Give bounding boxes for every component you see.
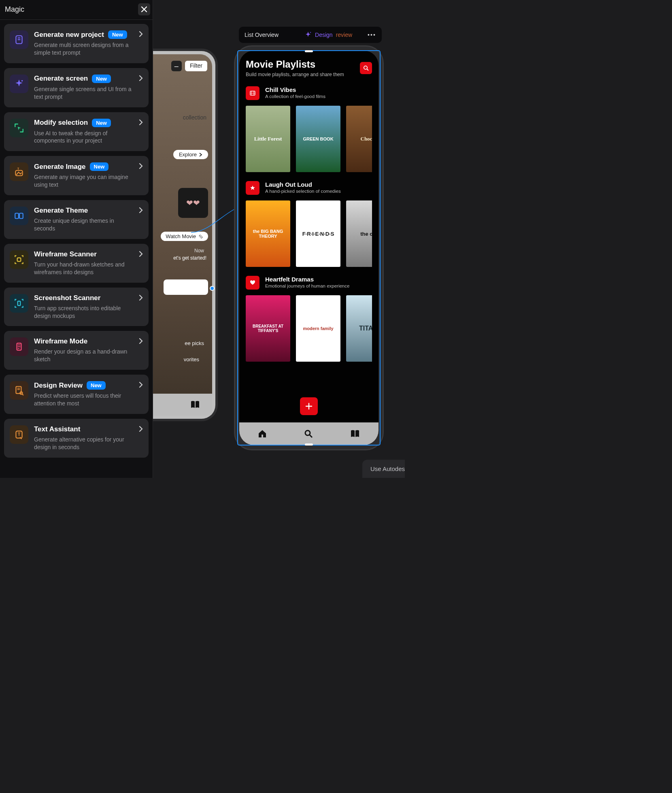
collection-label: collection <box>183 114 206 121</box>
magic-item-desc: Use AI to tweak the design of components… <box>34 130 133 145</box>
close-button[interactable] <box>138 3 150 15</box>
design-review-button[interactable]: Design review <box>304 31 352 38</box>
magic-item-wireframe-scanner[interactable]: Wireframe Scanner Turn your hand-drawn s… <box>4 244 149 283</box>
playlist-chill-vibes[interactable]: Chill Vibes A collection of feel-good fi… <box>246 86 372 172</box>
screen-title: Movie Playlists <box>246 59 344 70</box>
magic-item-generate-screen[interactable]: Generate screen New Generate single scre… <box>4 68 149 107</box>
explore-button[interactable]: Explore <box>173 150 208 159</box>
design-review-sub: review <box>336 32 352 38</box>
chevron-right-icon <box>139 295 143 301</box>
movie-poster[interactable]: Little Forest <box>246 106 290 172</box>
playlist-heartfelt-dramas[interactable]: Heartfelt Dramas Emotional journeys of h… <box>246 276 372 362</box>
hearts-tile[interactable]: ❤︎❤︎ <box>178 188 208 218</box>
svg-text:T: T <box>18 432 21 437</box>
movie-poster[interactable]: the off <box>346 200 372 267</box>
search-icon <box>304 429 313 438</box>
magic-item-generate-image[interactable]: T Generate Image New Generate any image … <box>4 156 149 195</box>
text-assistant-icon: T <box>10 425 28 444</box>
movie-poster[interactable]: Chocol <box>346 106 372 172</box>
svg-line-29 <box>310 435 312 437</box>
playlist-badge <box>246 181 259 195</box>
add-playlist-button[interactable] <box>300 397 318 415</box>
movie-poster[interactable]: BREAKFAST AT TIFFANY'S <box>246 295 290 362</box>
svg-rect-8 <box>17 258 21 262</box>
poster-strip[interactable]: Little Forest GREEN BOOK Chocol <box>246 106 372 172</box>
svg-rect-6 <box>15 213 19 219</box>
nav-library[interactable] <box>350 430 360 438</box>
autodesigner-button[interactable]: Use Autodes <box>362 460 405 478</box>
magic-item-desc: Turn your hand-drawn sketches and wirefr… <box>34 261 133 276</box>
phone-mockup-main[interactable]: Movie Playlists Build movie playlists, a… <box>234 45 384 450</box>
more-menu-button[interactable]: ••• <box>368 32 376 38</box>
magic-item-desc: Turn app screenshots into editable desig… <box>34 305 133 320</box>
frame-title[interactable]: List Overview <box>245 32 279 38</box>
heart-share-icon <box>249 279 256 286</box>
movie-poster[interactable]: F·R·I·E·N·D·S <box>296 200 340 267</box>
watch-movie-label: Watch Movie <box>166 233 196 239</box>
movie-poster[interactable]: modern family <box>296 295 340 362</box>
favorites-label: vorites <box>184 356 199 362</box>
new-badge: New <box>92 119 111 127</box>
search-button[interactable] <box>360 62 372 74</box>
book-icon[interactable] <box>190 401 200 409</box>
magic-item-desc: Generate alternative copies for your des… <box>34 436 133 451</box>
star-icon <box>250 185 255 191</box>
partial-phone-screen: – Filter collection Explore ❤︎❤︎ Watch M… <box>145 54 212 416</box>
magic-item-title: Generate Image <box>34 163 86 171</box>
magic-item-list: Generate new project New Generate multi … <box>0 20 153 478</box>
nav-home[interactable] <box>258 430 267 438</box>
magic-item-generate-project[interactable]: Generate new project New Generate multi … <box>4 24 149 63</box>
magic-item-title: Generate new project <box>34 31 104 39</box>
design-canvas[interactable]: – Filter collection Explore ❤︎❤︎ Watch M… <box>153 0 405 478</box>
magic-item-modify-selection[interactable]: Modify selection New Use AI to tweak the… <box>4 112 149 151</box>
bottom-nav <box>239 422 379 445</box>
minus-button[interactable]: – <box>171 61 182 71</box>
generate-theme-icon <box>10 207 28 225</box>
phone-screen: Movie Playlists Build movie playlists, a… <box>239 51 379 445</box>
wireframe-mode-icon <box>10 337 28 356</box>
movie-poster[interactable]: the BIG BANG THEORY <box>246 200 290 267</box>
generate-image-icon: T <box>10 162 28 181</box>
autodesigner-label: Use Autodes <box>370 465 405 472</box>
nav-search[interactable] <box>304 429 313 438</box>
svg-point-28 <box>305 431 310 435</box>
screen-subtitle: Build movie playlists, arrange and share… <box>246 72 344 77</box>
poster-strip[interactable]: the BIG BANG THEORY F·R·I·E·N·D·S the of… <box>246 200 372 267</box>
magic-item-desc: Generate single screens and UI from a te… <box>34 85 133 101</box>
search-icon <box>363 65 369 71</box>
link-icon <box>198 234 203 239</box>
magic-item-design-review[interactable]: Design Review New Predict where users wi… <box>4 375 149 414</box>
playlist-laugh-out-loud[interactable]: Laugh Out Loud A hand-picked selection o… <box>246 181 372 267</box>
book-icon <box>350 430 360 438</box>
movie-poster[interactable]: TITAN <box>346 295 372 362</box>
playlist-desc: Emotional journeys of human experience <box>265 284 349 288</box>
svg-line-23 <box>367 69 369 71</box>
playlist-badge <box>246 276 259 290</box>
watch-movie-button[interactable]: Watch Movie <box>161 232 208 241</box>
magic-item-title: Generate screen <box>34 75 88 83</box>
movie-poster[interactable]: GREEN BOOK <box>296 106 340 172</box>
screen-header: Movie Playlists Build movie playlists, a… <box>246 59 372 77</box>
poster-strip[interactable]: BREAKFAST AT TIFFANY'S modern family TIT… <box>246 295 372 362</box>
home-icon <box>258 430 267 438</box>
magic-item-wireframe-mode[interactable]: Wireframe Mode Render your design as a h… <box>4 331 149 370</box>
new-badge: New <box>92 75 111 83</box>
svg-point-21 <box>310 32 311 33</box>
phone-mockup-partial[interactable]: – Filter collection Explore ❤︎❤︎ Watch M… <box>145 49 218 421</box>
new-badge: New <box>90 162 109 171</box>
new-badge: New <box>108 30 127 39</box>
magic-item-title: Screenshot Scanner <box>34 294 100 302</box>
magic-item-screenshot-scanner[interactable]: Screenshot Scanner Turn app screenshots … <box>4 288 149 326</box>
magic-item-generate-theme[interactable]: Generate Theme Create unique design them… <box>4 200 149 239</box>
filter-button[interactable]: Filter <box>185 61 207 71</box>
magic-item-text-assistant[interactable]: T Text Assistant Generate alternative co… <box>4 419 149 458</box>
design-review-label: Design <box>315 32 333 38</box>
partial-bottom-nav <box>145 394 212 416</box>
magic-item-title: Generate Theme <box>34 207 88 215</box>
text-input[interactable] <box>164 279 208 295</box>
selection-handle[interactable] <box>210 286 215 291</box>
playlist-desc: A collection of feel-good films <box>265 94 325 99</box>
playlist-title: Heartfelt Dramas <box>265 276 349 283</box>
magic-item-title: Design Review <box>34 382 83 390</box>
magic-panel-header: Magic <box>0 0 153 20</box>
